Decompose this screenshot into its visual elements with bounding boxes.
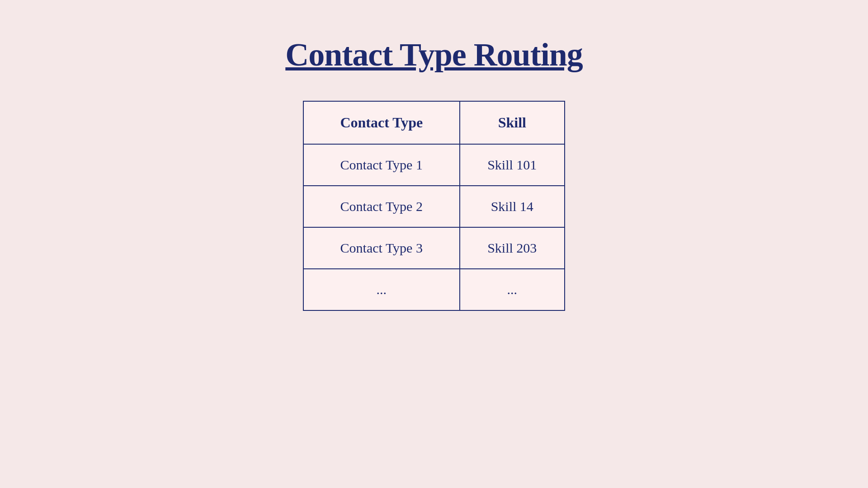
table-row: ...... [303, 269, 565, 310]
skill-column-header: Skill [460, 101, 565, 144]
table-row: Contact Type 1Skill 101 [303, 144, 565, 186]
skill-cell: Skill 14 [460, 186, 565, 227]
skill-cell: Skill 203 [460, 227, 565, 269]
routing-table: Contact Type Skill Contact Type 1Skill 1… [303, 101, 565, 311]
skill-cell: ... [460, 269, 565, 310]
contact-type-cell: ... [303, 269, 460, 310]
table-header-row: Contact Type Skill [303, 101, 565, 144]
skill-cell: Skill 101 [460, 144, 565, 186]
contact-type-column-header: Contact Type [303, 101, 460, 144]
page-title: Contact Type Routing [285, 36, 582, 74]
table-row: Contact Type 3Skill 203 [303, 227, 565, 269]
table-row: Contact Type 2Skill 14 [303, 186, 565, 227]
contact-type-cell: Contact Type 2 [303, 186, 460, 227]
contact-type-cell: Contact Type 3 [303, 227, 460, 269]
contact-type-cell: Contact Type 1 [303, 144, 460, 186]
